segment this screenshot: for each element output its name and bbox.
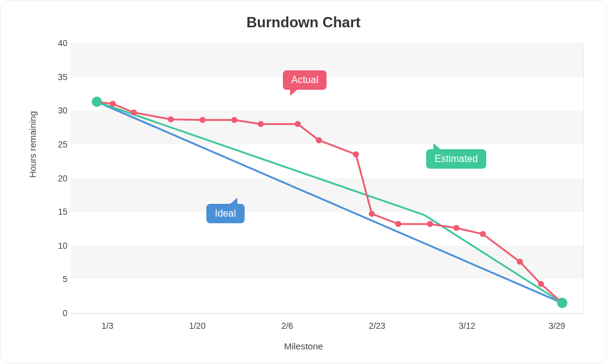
y-tick-label: 35 <box>49 72 67 82</box>
line-chart-svg <box>70 43 583 313</box>
x-tick-label: 2/6 <box>281 321 293 331</box>
x-axis-label: Milestone <box>1 341 606 351</box>
y-tick-label: 40 <box>49 38 67 48</box>
callout-estimated: Estimated <box>426 149 486 169</box>
y-tick-label: 10 <box>49 241 67 251</box>
series-ideal <box>97 102 563 303</box>
x-tick-label: 2/23 <box>369 321 385 331</box>
y-axis-label: Hours remaining <box>27 111 38 178</box>
callout-ideal: Ideal <box>206 204 245 223</box>
marker-actual <box>353 152 359 158</box>
y-tick-label: 25 <box>49 140 67 149</box>
marker-actual <box>453 225 459 231</box>
marker-actual <box>538 281 544 287</box>
chart-title: Burndown Chart <box>1 14 606 31</box>
callout-estimated-label: Estimated <box>435 153 478 164</box>
x-tick-label: 3/29 <box>549 321 565 331</box>
callout-actual: Actual <box>283 70 327 90</box>
chart-card: Burndown Chart Actual Ideal Estimated Ho… <box>0 0 607 364</box>
marker-actual <box>258 121 264 127</box>
y-tick-label: 0 <box>49 308 67 318</box>
y-tick-label: 30 <box>49 106 67 115</box>
marker-actual <box>110 101 116 107</box>
marker-actual <box>427 221 433 227</box>
marker-actual <box>231 117 237 123</box>
x-tick-label: 3/12 <box>459 321 475 331</box>
marker-actual <box>395 221 401 227</box>
endpoint-marker <box>92 96 102 107</box>
plot-area: Actual Ideal Estimated <box>70 43 584 314</box>
y-tick-label: 15 <box>49 207 67 217</box>
marker-actual <box>480 231 486 237</box>
marker-actual <box>168 116 174 123</box>
x-tick-label: 1/3 <box>101 321 113 331</box>
endpoint-marker <box>557 298 568 308</box>
marker-actual <box>369 211 375 217</box>
y-tick-label: 5 <box>49 274 67 284</box>
marker-actual <box>295 121 301 127</box>
marker-actual <box>517 258 523 265</box>
x-tick-label: 1/20 <box>189 321 205 331</box>
marker-actual <box>316 137 322 143</box>
callout-actual-label: Actual <box>291 75 318 85</box>
marker-actual <box>131 110 137 116</box>
y-tick-label: 20 <box>49 174 67 183</box>
marker-actual <box>200 117 206 123</box>
callout-ideal-label: Ideal <box>215 208 236 218</box>
